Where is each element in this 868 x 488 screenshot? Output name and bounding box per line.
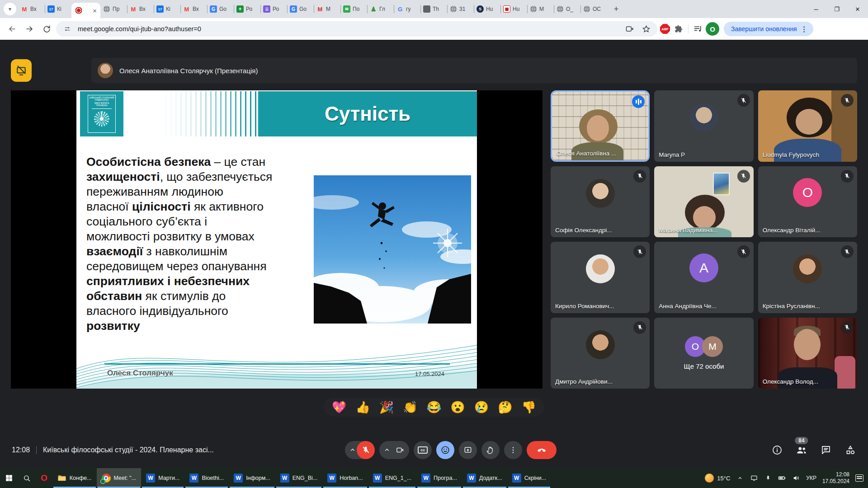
more-options-button[interactable] <box>504 441 522 459</box>
chat-button[interactable] <box>820 444 832 456</box>
participant-tile[interactable]: Марина Вадимівна... <box>654 166 753 238</box>
meeting-info-button[interactable] <box>771 444 783 456</box>
participant-tile[interactable]: ААнна Андріївна Че... <box>654 242 753 313</box>
browser-tab[interactable]: O_ <box>554 0 580 18</box>
taskbar-item-start[interactable] <box>0 468 18 488</box>
volume-tray-icon[interactable] <box>792 474 800 482</box>
address-bar[interactable]: meet.google.com/qui-jtub-ano?authuser=0 <box>56 21 657 37</box>
browser-tab[interactable]: GGo <box>207 0 234 18</box>
participant-tile[interactable]: Liudmyla Fylypovych <box>758 90 857 162</box>
taskbar-item-word[interactable]: WСкріни... <box>507 468 552 488</box>
forward-button[interactable] <box>22 21 37 37</box>
reactions-button[interactable] <box>436 441 454 459</box>
taskbar-item-word[interactable]: WІнформ... <box>229 468 275 488</box>
taskbar-item-word[interactable]: WДодатк... <box>462 468 507 488</box>
microphone-tray-icon[interactable] <box>764 474 772 482</box>
browser-menu-icon[interactable]: ⋮ <box>801 25 808 33</box>
url-text[interactable]: meet.google.com/qui-jtub-ano?authuser=0 <box>78 25 619 33</box>
participant-tile[interactable]: Кирило Романович... <box>551 242 650 313</box>
activities-button[interactable] <box>844 444 856 456</box>
browser-tab[interactable]: GGo <box>287 0 314 18</box>
participant-tile[interactable]: Дмитро Андрійови... <box>551 318 650 389</box>
reaction-emoji[interactable]: 🎉 <box>379 401 394 413</box>
media-controls-icon[interactable] <box>692 23 704 35</box>
tray-expand-chevron-icon[interactable] <box>736 474 744 482</box>
participant-tile[interactable]: ООлександр Віталій... <box>758 166 857 238</box>
taskbar-item-word[interactable]: WENG_1_... <box>368 468 416 488</box>
extensions-puzzle-icon[interactable] <box>673 23 684 35</box>
end-call-button[interactable] <box>527 441 557 459</box>
browser-tab[interactable]: ☰Ро <box>260 0 287 18</box>
participant-tile[interactable]: Софія Олександрі... <box>551 166 650 238</box>
browser-tab[interactable]: 17Кі <box>154 0 180 18</box>
relaunch-update-button[interactable]: Завершити оновлення⋮ <box>724 22 813 36</box>
browser-tab[interactable]: ✉По <box>340 0 367 18</box>
weather-widget[interactable]: 15°C <box>705 474 730 483</box>
reaction-emoji[interactable]: 👎 <box>522 401 536 413</box>
mic-options-chevron-icon[interactable] <box>349 446 357 454</box>
browser-tab[interactable]: 17Кі <box>45 0 71 18</box>
new-tab-button[interactable]: + <box>610 3 623 15</box>
participant-tile[interactable]: Maryna P <box>654 90 753 162</box>
taskbar-item-word[interactable]: WМарти... <box>141 468 184 488</box>
keyboard-language[interactable]: УКР <box>806 475 816 481</box>
taskbar-item-word[interactable]: WBioethi... <box>184 468 229 488</box>
taskbar-item-word[interactable]: WENG_Bi... <box>275 468 323 488</box>
tray-clock[interactable]: 12:0817.05.2024 <box>822 471 849 485</box>
tab-close-icon[interactable]: × <box>93 7 97 14</box>
reaction-emoji[interactable]: 😂 <box>427 401 441 413</box>
tab-list-chevron-icon[interactable]: ▾ <box>4 3 16 15</box>
reaction-emoji[interactable]: 🤔 <box>498 401 512 413</box>
camera-options-chevron-icon[interactable] <box>383 446 391 454</box>
taskbar-item-opera[interactable]: O <box>36 468 52 488</box>
close-button[interactable]: ✕ <box>847 0 868 18</box>
site-settings-icon[interactable] <box>61 23 73 35</box>
taskbar-item-word[interactable]: WПрогра... <box>416 468 462 488</box>
mic-mute-button[interactable] <box>357 441 375 459</box>
browser-tab[interactable]: Th <box>420 0 447 18</box>
captions-button[interactable]: cc <box>414 441 432 459</box>
adblock-extension-icon[interactable]: ABP <box>659 23 671 35</box>
browser-tab[interactable]: Gгу <box>394 0 420 18</box>
taskbar-item-search[interactable] <box>18 468 36 488</box>
browser-tab[interactable]: М <box>527 0 554 18</box>
browser-tab[interactable]: ОС <box>580 0 607 18</box>
reaction-emoji[interactable]: 👏 <box>403 401 417 413</box>
taskbar-item-word[interactable]: WHorban... <box>322 468 368 488</box>
camera-permission-icon[interactable] <box>624 23 636 35</box>
browser-tab[interactable]: MВх <box>18 0 45 18</box>
reaction-emoji[interactable]: 😢 <box>474 401 489 413</box>
participant-tile[interactable]: Крістіна Русланівн... <box>758 242 857 313</box>
browser-tab[interactable]: ММ <box>314 0 340 18</box>
browser-tab[interactable]: SHu <box>474 0 500 18</box>
browser-tab[interactable]: Пр <box>100 0 127 18</box>
browser-tab[interactable]: ♟Гл <box>367 0 394 18</box>
maximize-button[interactable]: ❐ <box>826 0 847 18</box>
participant-tile[interactable]: Олександр Волод... <box>758 318 857 389</box>
bookmark-star-icon[interactable] <box>640 23 652 35</box>
reaction-emoji[interactable]: 👍 <box>355 401 370 413</box>
browser-tab[interactable]: MВх <box>127 0 154 18</box>
browser-tab[interactable]: ▦Hu <box>500 0 527 18</box>
present-button[interactable] <box>459 441 477 459</box>
participants-button[interactable]: 84 <box>796 444 807 456</box>
reload-button[interactable] <box>39 21 54 37</box>
browser-tab[interactable]: 31 <box>447 0 474 18</box>
profile-avatar[interactable]: О <box>706 22 719 36</box>
reaction-emoji[interactable]: 💖 <box>332 401 346 413</box>
taskbar-item-folder[interactable]: Конфе... <box>52 468 97 488</box>
camera-toggle-button[interactable] <box>391 441 409 459</box>
participant-tile[interactable]: ОМЩе 72 особи <box>654 318 753 389</box>
presentation-mode-icon[interactable] <box>11 59 32 82</box>
taskbar-item-chrome[interactable]: Meet: "... <box>97 468 142 488</box>
raise-hand-button[interactable] <box>481 441 500 459</box>
active-tab[interactable]: × <box>71 3 100 18</box>
browser-tab[interactable]: MВх <box>180 0 207 18</box>
battery-tray-icon[interactable] <box>778 474 786 482</box>
participant-tile[interactable]: Олеся Анатоліївна ... <box>551 90 650 162</box>
presentation-stage[interactable]: КИЇВСЬКИЙ СТОЛИЧНИЙ УНІВЕРСИТЕТ ІМЕНІ БО… <box>11 90 542 389</box>
reaction-emoji[interactable]: 😮 <box>450 401 465 413</box>
back-button[interactable] <box>5 21 20 37</box>
action-center-icon[interactable] <box>855 474 863 482</box>
display-tray-icon[interactable] <box>750 474 758 482</box>
